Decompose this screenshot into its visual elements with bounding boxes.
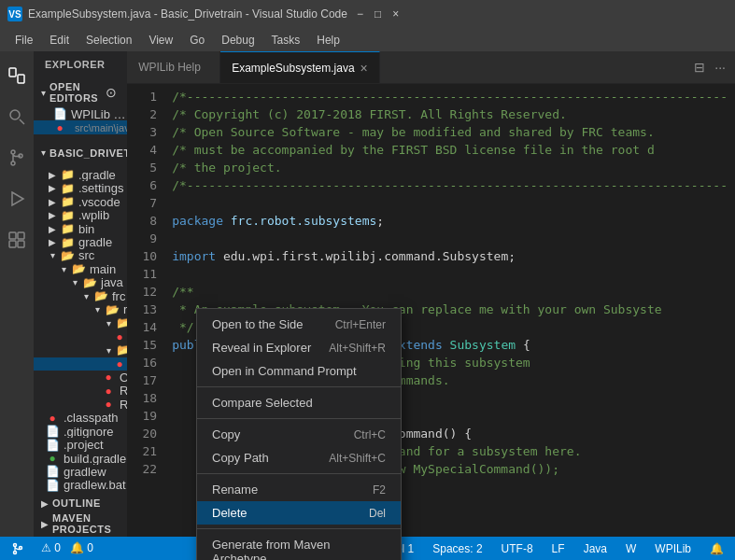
tree-item-gradle2[interactable]: ▶ 📁 gradle xyxy=(34,235,127,248)
open-editor-examplesubsystem[interactable]: ● ExampleSubsystem.java src\main\java\fr… xyxy=(34,120,127,133)
ctx-reveal-explorer[interactable]: Reveal in Explorer Alt+Shift+R xyxy=(197,336,401,359)
activity-explorer[interactable] xyxy=(0,59,34,92)
context-menu: Open to the Side Ctrl+Enter Reveal in Ex… xyxy=(196,308,402,560)
status-errors[interactable]: ⚠ 0 🔔 0 xyxy=(37,541,97,554)
tree-label: .wplib xyxy=(78,208,109,221)
ctx-delete[interactable]: Delete Del xyxy=(197,501,401,525)
ctx-label: Reveal in Explorer xyxy=(212,341,311,355)
file-icon: ● xyxy=(101,385,116,398)
file-icon: 📄 xyxy=(52,107,67,120)
outline-section[interactable]: ▶ Outline xyxy=(34,496,127,511)
maven-section[interactable]: ▶ Maven Projects xyxy=(34,511,127,537)
folder-icon: 📂 xyxy=(82,276,97,289)
svg-rect-9 xyxy=(18,232,24,239)
tree-label: gradle xyxy=(78,235,112,248)
tree-item-project[interactable]: 📄 .project xyxy=(34,438,127,451)
menu-tasks[interactable]: Tasks xyxy=(264,32,308,49)
tree-arrow: ▶ xyxy=(45,224,60,234)
open-editors-label: Open Editors xyxy=(49,81,98,104)
status-wpilibicon[interactable]: W xyxy=(622,542,640,555)
ctx-shortcut: Alt+Shift+C xyxy=(329,452,386,465)
maven-label: Maven Projects xyxy=(52,512,123,535)
sidebar-toolbar: ⊙ ✕ xyxy=(98,79,127,105)
split-editor-button[interactable]: ⊟ xyxy=(692,58,707,77)
basic-drivetrain-section[interactable]: ▾ Basic_Drivetrain + 📁 ↻ ⊟ xyxy=(34,138,127,168)
tree-item-gradlew[interactable]: 📄 gradlew xyxy=(34,465,127,478)
minimize-button[interactable]: − xyxy=(353,7,367,21)
tree-item-examplecommand[interactable]: ● ExampleCommand xyxy=(34,330,127,343)
tree-item-classpath[interactable]: ● .classpath xyxy=(34,411,127,424)
menu-go[interactable]: Go xyxy=(182,32,212,49)
tree-item-bin[interactable]: ▶ 📁 bin xyxy=(34,222,127,235)
ctx-open-command-prompt[interactable]: Open in Command Prompt xyxy=(197,359,401,383)
tree-item-java[interactable]: ▾ 📂 java xyxy=(34,276,127,289)
tree-item-buildgradle[interactable]: ● build.gradle xyxy=(34,452,127,465)
status-spaces[interactable]: Spaces: 2 xyxy=(429,542,486,555)
svg-point-5 xyxy=(11,161,15,165)
menu-selection[interactable]: Selection xyxy=(78,32,139,49)
save-all-button[interactable]: ⊙ xyxy=(102,83,120,102)
open-editor-wpilibhelp[interactable]: 📄 WPILib Help xyxy=(34,107,127,120)
close-button[interactable]: × xyxy=(389,7,403,21)
svg-point-13 xyxy=(14,551,17,553)
ctx-label: Open in Command Prompt xyxy=(212,364,357,378)
status-encoding[interactable]: UTF-8 xyxy=(498,542,537,555)
tab-examplesubsystem[interactable]: ExampleSubsystem.java × xyxy=(220,51,380,83)
menu-edit[interactable]: Edit xyxy=(42,32,77,49)
tree-item-settings[interactable]: ▶ 📁 .settings xyxy=(34,181,127,194)
tree-item-gradle[interactable]: ▶ 📁 .gradle xyxy=(34,168,127,181)
ctx-generate-maven[interactable]: Generate from Maven Archetype xyxy=(197,533,401,560)
status-wpllib[interactable]: WPILib xyxy=(651,542,695,555)
ctx-separator-3 xyxy=(197,473,401,474)
menu-debug[interactable]: Debug xyxy=(214,32,261,49)
titlebar: VS ExampleSubsystem.java - Basic_Drivetr… xyxy=(0,0,735,28)
tab-close-button[interactable]: × xyxy=(360,61,368,76)
folder-icon: 📂 xyxy=(60,249,75,262)
status-git[interactable] xyxy=(7,541,30,555)
tree-item-frc[interactable]: ▾ 📂 frc xyxy=(34,289,127,302)
tab-wpilibhelp[interactable]: WPILib Help xyxy=(127,51,220,83)
file-icon: ● xyxy=(112,330,127,343)
tree-item-vscode[interactable]: ▶ 📁 .vscode xyxy=(34,195,127,208)
more-actions-button[interactable]: ··· xyxy=(713,58,728,77)
ctx-label: Compare Selected xyxy=(212,396,313,410)
tree-item-robotmap[interactable]: ● RobotMap.java xyxy=(34,398,127,411)
menubar: File Edit Selection View Go Debug Tasks … xyxy=(0,28,735,51)
ctx-rename[interactable]: Rename F2 xyxy=(197,478,401,501)
tree-item-examplesubsystem[interactable]: ● ExampleSubsystem xyxy=(34,357,127,371)
tree-item-src[interactable]: ▾ 📂 src xyxy=(34,249,127,262)
tree-item-commands[interactable]: ▾ 📂 commands xyxy=(34,316,127,329)
menu-file[interactable]: File xyxy=(7,32,40,49)
file-icon: ● xyxy=(112,357,127,371)
ctx-compare-selected[interactable]: Compare Selected xyxy=(197,391,401,414)
file-icon: 📄 xyxy=(45,425,60,438)
tree-item-subsystems[interactable]: ▾ 📂 subsystems xyxy=(34,343,127,357)
maximize-button[interactable]: □ xyxy=(371,7,385,21)
tree-label: .settings xyxy=(78,181,123,194)
tree-item-robot[interactable]: ● Robot.java xyxy=(34,384,127,397)
menu-view[interactable]: View xyxy=(141,32,180,49)
ctx-open-side[interactable]: Open to the Side Ctrl+Enter xyxy=(197,313,401,336)
activity-debug[interactable] xyxy=(0,182,34,216)
status-notification[interactable]: 🔔 xyxy=(706,542,728,555)
activity-scm[interactable] xyxy=(0,141,34,175)
status-eol[interactable]: LF xyxy=(548,542,569,555)
svg-line-3 xyxy=(20,119,24,124)
tree-label: .classpath xyxy=(64,411,119,424)
tree-label: gradlew xyxy=(64,465,106,478)
activity-extensions[interactable] xyxy=(0,223,34,257)
tree-item-gradlewbat[interactable]: 📄 gradlew.bat xyxy=(34,479,127,492)
folder-icon: 📁 xyxy=(60,182,75,195)
activity-search[interactable] xyxy=(0,100,34,133)
tree-item-main[interactable]: ▾ 📂 main xyxy=(34,262,127,275)
ctx-copy[interactable]: Copy Ctrl+C xyxy=(197,423,401,446)
tree-item-gitignore[interactable]: 📄 .gitignore xyxy=(34,425,127,438)
tree-item-wplib[interactable]: ▶ 📁 .wplib xyxy=(34,208,127,221)
open-editors-section[interactable]: ▾ Open Editors ⊙ ✕ xyxy=(34,77,127,107)
menu-help[interactable]: Help xyxy=(309,32,347,49)
status-language[interactable]: Java xyxy=(580,542,611,555)
ctx-copy-path[interactable]: Copy Path Alt+Shift+C xyxy=(197,446,401,469)
tree-item-oi[interactable]: ● OI.java xyxy=(34,371,127,384)
tree-item-robot[interactable]: ▾ 📂 robot xyxy=(34,303,127,316)
tree-arrow: ▾ xyxy=(101,318,116,329)
